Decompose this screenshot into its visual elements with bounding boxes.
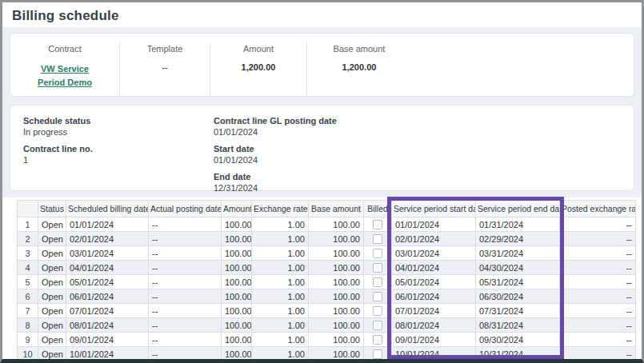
posted-exchange-rate-cell: --	[560, 347, 636, 361]
amount-cell: 100.00	[222, 275, 252, 289]
status-cell: Open	[38, 347, 66, 361]
column-header-exchange-rate: Exchange rate	[252, 201, 309, 217]
table-row: 4 Open 04/01/2024 -- 100.00 1.00 100.00 …	[18, 261, 636, 275]
column-header-actual-posting-date: Actual posting date	[149, 201, 222, 217]
base-amount-cell: 100.00	[309, 347, 364, 361]
schedule-status-field: Schedule status In progress	[23, 115, 214, 138]
billed-cell	[364, 246, 392, 261]
page-content: Contract VW Service Period Demo Template…	[2, 27, 642, 363]
column-header-service-period-end-date: Service period end date	[476, 201, 560, 217]
posted-exchange-rate-cell: --	[560, 246, 636, 261]
gl-posting-date-label: Contract line GL posting date	[214, 115, 621, 126]
row-number-cell: 4	[18, 261, 38, 275]
status-cell: Open	[38, 333, 66, 347]
base-amount-cell: 100.00	[309, 333, 364, 347]
billed-cell	[364, 333, 392, 347]
actual-posting-date-cell: --	[149, 333, 222, 347]
service-period-end-date-cell: 06/30/2024	[476, 289, 560, 304]
status-cell: Open	[38, 261, 66, 275]
billed-checkbox[interactable]	[373, 263, 382, 273]
service-period-start-date-cell: 05/01/2024	[392, 275, 476, 289]
contract-line-no-label: Contract line no.	[23, 143, 214, 154]
actual-posting-date-cell: --	[149, 275, 222, 289]
column-header-billed: Billed	[364, 201, 392, 217]
gl-posting-date-value: 01/01/2024	[214, 126, 621, 138]
column-header-base-amount: Base amount	[309, 201, 364, 217]
billed-cell	[364, 261, 392, 275]
base-amount-cell: 100.00	[309, 304, 364, 318]
amount-cell: 100.00	[222, 217, 252, 232]
base-amount-cell: 100.00	[309, 318, 364, 333]
column-header-service-period-start-date: Service period start date	[392, 201, 476, 217]
scheduled-billing-date-cell: 04/01/2024	[66, 261, 149, 275]
contract-summary-card: Contract VW Service Period Demo Template…	[10, 33, 634, 97]
amount-cell: 100.00	[222, 304, 252, 318]
billed-checkbox[interactable]	[373, 321, 382, 330]
scheduled-billing-date-cell: 09/01/2024	[66, 333, 149, 347]
end-date-label: End date	[214, 171, 621, 182]
exchange-rate-cell: 1.00	[252, 261, 309, 275]
billing-schedule-table-panel: Status Scheduled billing date Actual pos…	[2, 197, 642, 363]
service-period-start-date-cell: 04/01/2024	[392, 261, 476, 275]
actual-posting-date-cell: --	[149, 289, 222, 304]
service-period-end-date-cell: 04/30/2024	[476, 261, 560, 275]
service-period-start-date-cell: 01/01/2024	[392, 217, 476, 232]
billing-schedule-window: Billing schedule Contract VW Service Per…	[0, 0, 644, 363]
scheduled-billing-date-cell: 05/01/2024	[66, 275, 149, 289]
table-row: 1 Open 01/01/2024 -- 100.00 1.00 100.00 …	[18, 217, 636, 232]
contract-line-no-field: Contract line no. 1	[23, 143, 214, 166]
actual-posting-date-cell: --	[149, 232, 222, 246]
table-header-row: Status Scheduled billing date Actual pos…	[18, 201, 636, 217]
table-row: 2 Open 02/01/2024 -- 100.00 1.00 100.00 …	[18, 232, 636, 246]
billed-checkbox[interactable]	[373, 292, 382, 301]
base-amount-cell: 100.00	[309, 246, 364, 261]
row-number-cell: 2	[18, 232, 38, 246]
column-header-amount: Amount	[222, 201, 252, 217]
scheduled-billing-date-cell: 10/01/2024	[66, 347, 149, 361]
status-cell: Open	[38, 304, 66, 318]
actual-posting-date-cell: --	[149, 304, 222, 318]
billed-cell	[364, 232, 392, 246]
service-period-start-date-cell: 07/01/2024	[392, 304, 476, 318]
billed-checkbox[interactable]	[373, 249, 382, 258]
billing-schedule-table: Status Scheduled billing date Actual pos…	[17, 200, 636, 361]
amount-cell: 100.00	[222, 347, 252, 361]
status-cell: Open	[38, 318, 66, 333]
billed-checkbox[interactable]	[373, 220, 382, 229]
amount-cell: 100.00	[222, 246, 252, 261]
template-label: Template	[120, 44, 210, 54]
details-right-column: Contract line GL posting date 01/01/2024…	[214, 115, 621, 190]
exchange-rate-cell: 1.00	[252, 246, 309, 261]
exchange-rate-cell: 1.00	[252, 347, 309, 361]
billed-checkbox[interactable]	[373, 306, 382, 316]
billed-checkbox[interactable]	[373, 234, 382, 244]
scheduled-billing-date-cell: 07/01/2024	[66, 304, 149, 318]
actual-posting-date-cell: --	[149, 347, 222, 361]
row-number-cell: 7	[18, 304, 38, 318]
base-amount-cell: 100.00	[309, 289, 364, 304]
service-period-start-date-cell: 02/01/2024	[392, 232, 476, 246]
posted-exchange-rate-cell: --	[560, 261, 636, 275]
service-period-end-date-cell: 08/31/2024	[476, 318, 560, 333]
contract-link[interactable]: VW Service Period Demo	[28, 62, 102, 90]
schedule-details-card: Schedule status In progress Contract lin…	[10, 105, 634, 191]
column-header-scheduled-billing-date: Scheduled billing date	[66, 201, 149, 217]
summary-spacer	[411, 42, 634, 96]
title-bar: Billing schedule	[2, 2, 642, 27]
template-value: --	[120, 62, 210, 72]
schedule-status-label: Schedule status	[23, 115, 214, 126]
exchange-rate-cell: 1.00	[252, 232, 309, 246]
service-period-start-date-cell: 03/01/2024	[392, 246, 476, 261]
scheduled-billing-date-cell: 03/01/2024	[66, 246, 149, 261]
billed-cell	[364, 304, 392, 318]
status-cell: Open	[38, 246, 66, 261]
base-amount-cell: 100.00	[309, 217, 364, 232]
billed-checkbox[interactable]	[373, 277, 382, 287]
billed-checkbox[interactable]	[373, 335, 382, 345]
billed-checkbox[interactable]	[373, 349, 382, 359]
row-number-cell: 9	[18, 333, 38, 347]
exchange-rate-cell: 1.00	[252, 333, 309, 347]
column-header-rownum	[18, 201, 38, 217]
posted-exchange-rate-cell: --	[560, 333, 636, 347]
contract-line-no-value: 1	[23, 154, 214, 166]
